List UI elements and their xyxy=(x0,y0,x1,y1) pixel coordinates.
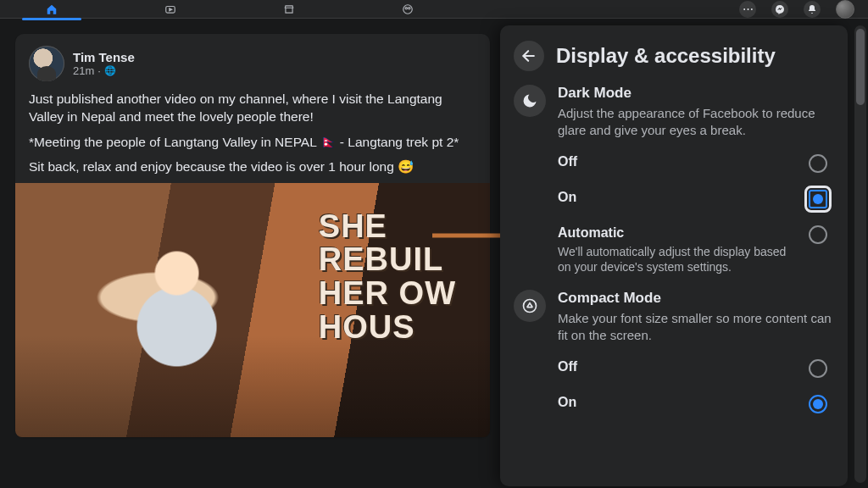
post-video-thumbnail[interactable]: SHE REBUIL HER OW HOUS xyxy=(15,183,490,437)
radio-icon xyxy=(809,359,827,378)
moon-icon xyxy=(514,85,546,117)
section-dark-mode: Dark Mode Adjust the appearance of Faceb… xyxy=(514,85,834,139)
option-label: Off xyxy=(558,359,577,374)
option-label: Off xyxy=(558,154,577,169)
topbar-right: ⋯ xyxy=(739,0,854,19)
post-author-name[interactable]: Tim Tense xyxy=(73,50,135,64)
radio-icon xyxy=(809,395,827,413)
panel-header: Display & accessibility xyxy=(514,41,834,71)
radio-icon xyxy=(809,225,827,244)
panel-title: Display & accessibility xyxy=(556,44,776,68)
menu-icon[interactable]: ⋯ xyxy=(739,1,756,18)
dark-mode-heading: Dark Mode xyxy=(558,85,834,102)
post-meta: Tim Tense 21m · 🌐 xyxy=(73,50,135,77)
messenger-icon[interactable] xyxy=(771,1,788,18)
post-header: Tim Tense 21m · 🌐 xyxy=(29,46,476,81)
nav-tab-home[interactable] xyxy=(14,2,90,17)
scrollbar-thumb[interactable] xyxy=(856,29,865,105)
compact-mode-options: Off On xyxy=(558,351,834,422)
radio-icon xyxy=(809,190,827,208)
post-body: Just published another video on my chann… xyxy=(29,90,476,176)
section-compact-mode-text: Compact Mode Make your font size smaller… xyxy=(558,290,834,344)
svg-point-3 xyxy=(409,7,410,8)
groups-icon xyxy=(398,0,417,19)
top-navigation-bar: ⋯ xyxy=(0,0,868,19)
display-accessibility-panel: Display & accessibility Dark Mode Adjust… xyxy=(500,25,848,486)
dark-mode-option-off[interactable]: Off xyxy=(558,146,834,181)
thumbnail-overlay-text: SHE REBUIL HER OW HOUS xyxy=(319,210,456,346)
option-label: Automatic xyxy=(558,225,795,241)
post-paragraph-3: Sit back, relax and enjoy because the vi… xyxy=(29,158,476,175)
dark-mode-options: Off On Automatic We'll automatically adj… xyxy=(558,146,834,283)
watch-icon xyxy=(161,0,180,19)
globe-icon: 🌐 xyxy=(104,65,116,76)
compact-icon xyxy=(514,290,546,322)
post-paragraph-1: Just published another video on my chann… xyxy=(29,90,476,126)
post-card: Tim Tense 21m · 🌐 Just published another… xyxy=(15,34,490,437)
marketplace-icon xyxy=(280,0,298,19)
news-feed: Tim Tense 21m · 🌐 Just published another… xyxy=(15,34,490,437)
notifications-icon[interactable] xyxy=(804,1,821,18)
home-icon xyxy=(42,0,61,19)
page-scrollbar[interactable] xyxy=(854,25,866,483)
post-time-text: 21m xyxy=(73,64,94,77)
svg-point-6 xyxy=(524,299,537,312)
dark-mode-option-automatic[interactable]: Automatic We'll automatically adjust the… xyxy=(558,217,834,283)
radio-icon xyxy=(809,154,827,173)
back-button[interactable] xyxy=(514,41,544,71)
nav-tab-marketplace[interactable] xyxy=(251,2,327,17)
post-author-avatar[interactable] xyxy=(29,46,64,81)
dark-mode-desc: Adjust the appearance of Facebook to red… xyxy=(558,105,834,139)
section-dark-mode-text: Dark Mode Adjust the appearance of Faceb… xyxy=(558,85,834,139)
compact-mode-option-on[interactable]: On xyxy=(558,386,834,422)
compact-mode-option-off[interactable]: Off xyxy=(558,351,834,386)
compact-mode-desc: Make your font size smaller so more cont… xyxy=(558,310,834,344)
post-timestamp[interactable]: 21m · 🌐 xyxy=(73,64,135,77)
option-label: On xyxy=(558,395,576,410)
svg-point-2 xyxy=(405,7,407,8)
svg-point-1 xyxy=(403,4,413,14)
post-paragraph-2: *Meeting the people of Langtang Valley i… xyxy=(29,133,476,151)
topbar-left xyxy=(14,2,446,17)
nav-tab-watch[interactable] xyxy=(132,2,209,17)
account-avatar[interactable] xyxy=(836,0,854,19)
nav-tab-groups[interactable] xyxy=(370,2,446,17)
section-compact-mode: Compact Mode Make your font size smaller… xyxy=(514,290,834,344)
option-label: On xyxy=(558,190,576,205)
compact-mode-heading: Compact Mode xyxy=(558,290,834,307)
dark-mode-option-on[interactable]: On xyxy=(558,181,834,217)
option-sublabel: We'll automatically adjust the display b… xyxy=(558,244,795,274)
